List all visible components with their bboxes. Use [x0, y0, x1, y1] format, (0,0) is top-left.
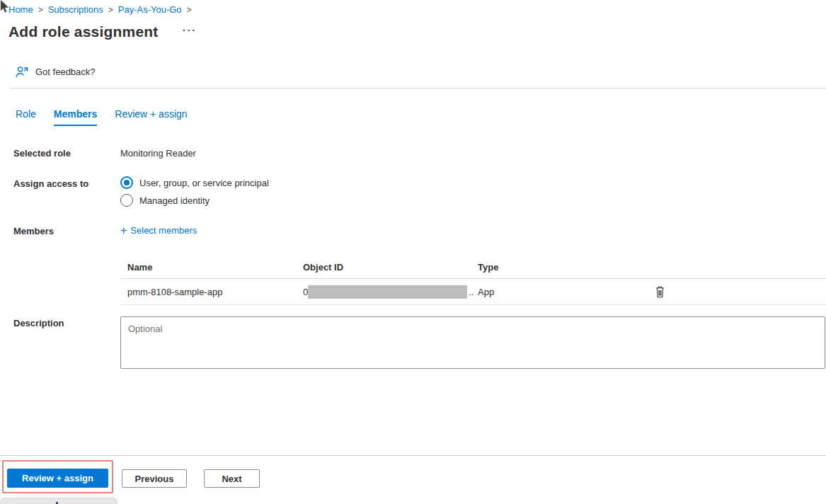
- breadcrumb-subscription-name-link[interactable]: Pay-As-You-Go: [118, 4, 182, 15]
- object-id-redaction-bar: [308, 285, 467, 299]
- feedback-person-icon: [16, 66, 29, 78]
- breadcrumb: Home > Subscriptions > Pay-As-You-Go >: [8, 4, 192, 15]
- trash-icon: [655, 286, 665, 298]
- members-table: Name Object ID Type pmm-8108-sample-app …: [120, 256, 826, 305]
- got-feedback-button[interactable]: Got feedback?: [16, 66, 96, 78]
- got-feedback-label: Got feedback?: [35, 67, 96, 77]
- radio-selected-icon[interactable]: [120, 176, 133, 189]
- next-button[interactable]: Next: [204, 469, 260, 488]
- more-options-button[interactable]: ···: [183, 25, 197, 35]
- selected-role-value: Monitoring Reader: [120, 148, 196, 159]
- object-id-suffix: ..: [469, 287, 474, 297]
- tab-members[interactable]: Members: [54, 108, 97, 126]
- table-header-row: Name Object ID Type: [120, 256, 826, 279]
- object-id-prefix: 0: [303, 287, 308, 297]
- breadcrumb-separator: >: [187, 5, 192, 15]
- radio-label: User, group, or service principal: [139, 178, 269, 188]
- select-members-link[interactable]: + Select members: [120, 225, 197, 236]
- member-object-id-cell: 0 ..: [303, 285, 478, 299]
- column-header-type: Type: [478, 262, 653, 273]
- breadcrumb-separator: >: [108, 5, 113, 15]
- select-members-label: Select members: [130, 225, 197, 236]
- cutoff-tooltip-fragment: [0, 498, 117, 504]
- mouse-cursor-icon: [0, 0, 11, 14]
- members-label: Members: [13, 226, 54, 236]
- review-assign-button[interactable]: Review + assign: [7, 469, 108, 488]
- add-role-assignment-page: Home > Subscriptions > Pay-As-You-Go > A…: [0, 0, 826, 504]
- member-type-cell: App: [478, 287, 653, 297]
- assign-access-to-radio-group: User, group, or service principal Manage…: [120, 176, 269, 207]
- tab-review-assign[interactable]: Review + assign: [115, 108, 187, 126]
- radio-unselected-icon[interactable]: [120, 194, 133, 207]
- previous-button[interactable]: Previous: [122, 469, 187, 488]
- footer-divider: [0, 455, 826, 456]
- member-name-cell: pmm-8108-sample-app: [120, 287, 303, 297]
- column-header-object-id: Object ID: [303, 262, 478, 273]
- table-row: pmm-8108-sample-app 0 .. App: [120, 279, 826, 305]
- radio-user-group-service-principal[interactable]: User, group, or service principal: [120, 176, 269, 189]
- assign-access-to-label: Assign access to: [13, 178, 88, 189]
- tab-role[interactable]: Role: [16, 108, 36, 126]
- command-bar-divider: [10, 88, 826, 88]
- page-title: Add role assignment: [8, 23, 159, 40]
- breadcrumb-home-link[interactable]: Home: [8, 4, 33, 15]
- selected-role-label: Selected role: [13, 148, 71, 159]
- tab-strip: Role Members Review + assign: [16, 108, 188, 126]
- radio-managed-identity[interactable]: Managed identity: [120, 194, 269, 207]
- description-label: Description: [13, 318, 64, 328]
- radio-label: Managed identity: [139, 195, 210, 206]
- column-header-name: Name: [120, 262, 303, 273]
- remove-member-button[interactable]: [653, 285, 667, 299]
- description-input[interactable]: [120, 316, 825, 369]
- breadcrumb-separator: >: [38, 5, 43, 15]
- plus-icon: +: [120, 226, 127, 235]
- breadcrumb-subscriptions-link[interactable]: Subscriptions: [48, 4, 103, 15]
